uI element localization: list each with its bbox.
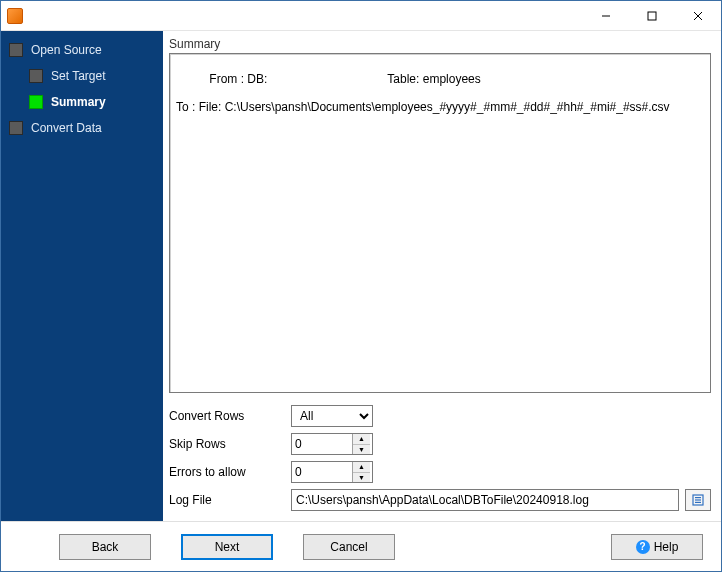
sidebar-item-label: Summary — [51, 95, 106, 109]
summary-table-label: Table: employees — [387, 72, 480, 86]
main-panel: Summary From : DB:Table: employees To : … — [163, 31, 721, 521]
sidebar-item-label: Convert Data — [31, 121, 102, 135]
step-marker-icon — [9, 43, 23, 57]
app-icon — [7, 8, 23, 24]
close-button[interactable] — [675, 1, 721, 30]
next-button-label: Next — [215, 540, 240, 554]
sidebar-item-summary[interactable]: Summary — [29, 95, 163, 109]
wizard-sidebar: Open Source Set Target Summary Convert D… — [1, 31, 163, 521]
svg-rect-1 — [648, 12, 656, 20]
step-marker-icon — [29, 69, 43, 83]
spinner-down-icon[interactable]: ▼ — [353, 473, 370, 483]
log-file-browse-button[interactable] — [685, 489, 711, 511]
skip-rows-input[interactable] — [292, 434, 352, 454]
spinner-up-icon[interactable]: ▲ — [353, 434, 370, 445]
cancel-button[interactable]: Cancel — [303, 534, 395, 560]
help-icon: ? — [636, 540, 650, 554]
sidebar-item-set-target[interactable]: Set Target — [29, 69, 163, 83]
skip-rows-stepper[interactable]: ▲ ▼ — [291, 433, 373, 455]
convert-rows-select[interactable]: All — [291, 405, 373, 427]
errors-allow-input[interactable] — [292, 462, 352, 482]
cancel-button-label: Cancel — [330, 540, 367, 554]
step-marker-icon — [29, 95, 43, 109]
back-button[interactable]: Back — [59, 534, 151, 560]
app-window: Open Source Set Target Summary Convert D… — [0, 0, 722, 572]
spinner-up-icon[interactable]: ▲ — [353, 462, 370, 473]
next-button[interactable]: Next — [181, 534, 273, 560]
back-button-label: Back — [92, 540, 119, 554]
sidebar-item-label: Set Target — [51, 69, 105, 83]
help-button[interactable]: ? Help — [611, 534, 703, 560]
svg-rect-5 — [695, 497, 701, 498]
help-button-label: Help — [654, 540, 679, 554]
errors-allow-label: Errors to allow — [169, 465, 291, 479]
wizard-button-bar: Back Next Cancel ? Help — [1, 521, 721, 571]
sidebar-item-open-source[interactable]: Open Source — [9, 43, 163, 57]
titlebar — [1, 1, 721, 31]
convert-rows-label: Convert Rows — [169, 409, 291, 423]
sidebar-item-label: Open Source — [31, 43, 102, 57]
summary-textarea[interactable]: From : DB:Table: employees To : File: C:… — [169, 53, 711, 393]
errors-allow-stepper[interactable]: ▲ ▼ — [291, 461, 373, 483]
spinner-down-icon[interactable]: ▼ — [353, 445, 370, 455]
section-title: Summary — [169, 37, 711, 51]
sidebar-item-convert-data[interactable]: Convert Data — [9, 121, 163, 135]
log-file-label: Log File — [169, 493, 291, 507]
skip-rows-label: Skip Rows — [169, 437, 291, 451]
maximize-button[interactable] — [629, 1, 675, 30]
svg-rect-6 — [695, 499, 701, 500]
log-file-input[interactable] — [291, 489, 679, 511]
step-marker-icon — [9, 121, 23, 135]
minimize-button[interactable] — [583, 1, 629, 30]
summary-from-label: From : DB: — [209, 72, 267, 86]
summary-to-line: To : File: C:\Users\pansh\Documents\empl… — [176, 100, 704, 114]
folder-icon — [691, 493, 705, 507]
svg-rect-7 — [695, 502, 701, 503]
